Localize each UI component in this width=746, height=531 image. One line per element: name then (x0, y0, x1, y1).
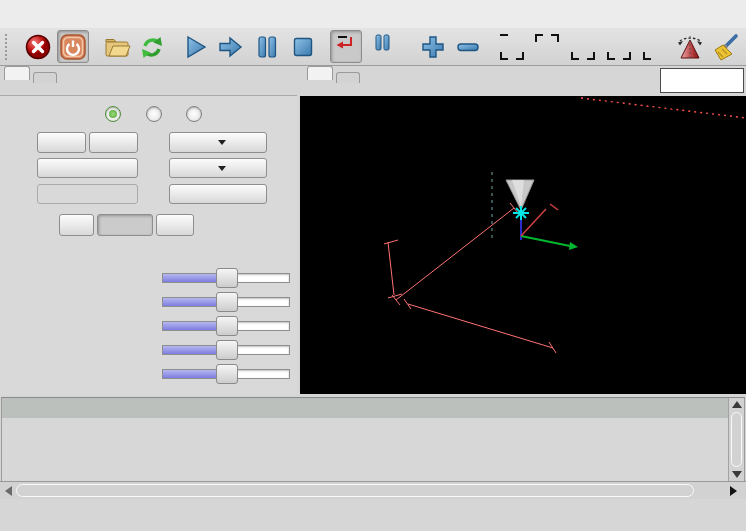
view-y-button[interactable] (603, 30, 635, 63)
line-number (2, 398, 26, 418)
chevron-down-icon (218, 140, 226, 145)
right-tab-bar (307, 66, 363, 95)
menu-file[interactable] (8, 9, 30, 19)
y-axis-arrow (569, 242, 578, 250)
view-z2-icon (532, 32, 562, 62)
jog-minus-button[interactable] (89, 132, 138, 153)
gcode-line[interactable] (2, 398, 744, 418)
vertical-scroll-thumb[interactable] (731, 412, 742, 467)
jog-mode-dropdown[interactable] (169, 132, 267, 153)
pause-button[interactable] (251, 30, 283, 63)
vertical-scrollbar[interactable] (728, 398, 744, 481)
view-z-button[interactable] (496, 30, 528, 63)
run-icon (183, 34, 209, 60)
toolbar (0, 28, 746, 66)
view-z-icon (497, 32, 527, 62)
skip-lines-toggle[interactable] (330, 30, 362, 63)
spindle-rpm-badge (660, 68, 744, 93)
rotate-view-button[interactable] (674, 30, 706, 63)
max-velocity-slider[interactable] (162, 364, 290, 382)
scroll-right-arrow-icon[interactable] (730, 486, 737, 496)
tab-preview[interactable] (307, 66, 333, 80)
tab-mdi[interactable] (33, 72, 57, 83)
menu-bar (0, 0, 746, 29)
clear-plot-icon (711, 32, 741, 62)
jog-rate-slider[interactable] (162, 340, 290, 358)
x-axis-arrow (550, 204, 558, 210)
horizontal-scroll-thumb[interactable] (16, 484, 694, 497)
step-button[interactable] (215, 30, 247, 63)
menu-machine[interactable] (30, 9, 52, 19)
menu-system[interactable] (96, 9, 118, 19)
rotate-view-icon (675, 32, 705, 62)
open-file-button[interactable] (101, 30, 133, 63)
reload-icon (137, 32, 167, 62)
line-number (2, 418, 26, 438)
jog-plus-button[interactable] (37, 132, 86, 153)
axis-radio-y[interactable] (146, 106, 162, 122)
zoom-in-icon (419, 33, 447, 61)
spindle-override-slider[interactable] (162, 316, 290, 334)
gcode-line[interactable] (2, 438, 744, 458)
slider-thumb[interactable] (216, 292, 238, 312)
stop-button[interactable] (287, 30, 319, 63)
gcode-line[interactable] (2, 418, 744, 438)
slider-thumb[interactable] (216, 364, 238, 384)
power-icon (59, 33, 87, 61)
manual-control-panel (0, 95, 297, 395)
view-x-icon (568, 32, 598, 62)
left-tab-bar (4, 66, 60, 95)
scroll-left-arrow-icon[interactable] (5, 486, 12, 496)
line-number (2, 458, 26, 478)
step-icon (217, 34, 245, 60)
horizontal-scrollbar[interactable] (0, 481, 746, 500)
estop-button[interactable] (22, 30, 54, 63)
zoom-in-button[interactable] (417, 30, 449, 63)
override-limits-button[interactable] (37, 184, 138, 204)
line-number (2, 438, 26, 458)
set-origin-dropdown[interactable] (169, 158, 267, 178)
view-p-button[interactable] (639, 30, 671, 63)
machine-power-button[interactable] (57, 30, 89, 63)
axis-radio-z[interactable] (186, 106, 202, 122)
optional-pause-toggle[interactable] (366, 30, 398, 63)
slider-thumb[interactable] (216, 268, 238, 288)
status-bar (0, 499, 746, 531)
feed-override-slider[interactable] (162, 268, 290, 286)
menu-view[interactable] (52, 9, 74, 19)
tab-dro[interactable] (336, 72, 360, 83)
reload-button[interactable] (137, 30, 169, 63)
tab-manual-control[interactable] (4, 66, 30, 80)
preview-canvas[interactable] (300, 96, 746, 394)
zoom-out-button[interactable] (453, 30, 485, 63)
axis-radio-x[interactable] (105, 106, 121, 122)
chevron-down-icon (218, 166, 226, 171)
view-p-icon (640, 32, 670, 62)
scroll-up-arrow-icon[interactable] (732, 401, 742, 408)
run-button[interactable] (180, 30, 212, 63)
scroll-down-arrow-icon[interactable] (732, 471, 742, 478)
view-x-button[interactable] (567, 30, 599, 63)
zoom-out-icon (454, 33, 482, 61)
y-axis-line (521, 236, 570, 246)
stop-icon (291, 35, 315, 59)
optional-pause-icon (369, 32, 395, 62)
rapid-move-trace (581, 98, 746, 118)
slider-thumb[interactable] (216, 340, 238, 360)
gcode-line[interactable] (2, 458, 744, 478)
spindle-cw-button[interactable] (156, 214, 194, 236)
skip-lines-icon (332, 33, 360, 61)
slider-thumb[interactable] (216, 316, 238, 336)
spindle-ccw-button[interactable] (59, 214, 94, 236)
home-all-button[interactable] (37, 158, 138, 178)
estop-icon (23, 32, 53, 62)
set-tool-offsets-button[interactable] (169, 184, 267, 204)
rapid-override-slider[interactable] (162, 292, 290, 310)
menu-help[interactable] (74, 9, 96, 19)
clear-plot-button[interactable] (710, 30, 742, 63)
view-z2-button[interactable] (531, 30, 563, 63)
gcode-listing[interactable] (1, 397, 745, 481)
toolbar-gripper[interactable] (5, 34, 12, 60)
folder-icon (102, 33, 132, 61)
spindle-stop-button[interactable] (97, 214, 153, 236)
